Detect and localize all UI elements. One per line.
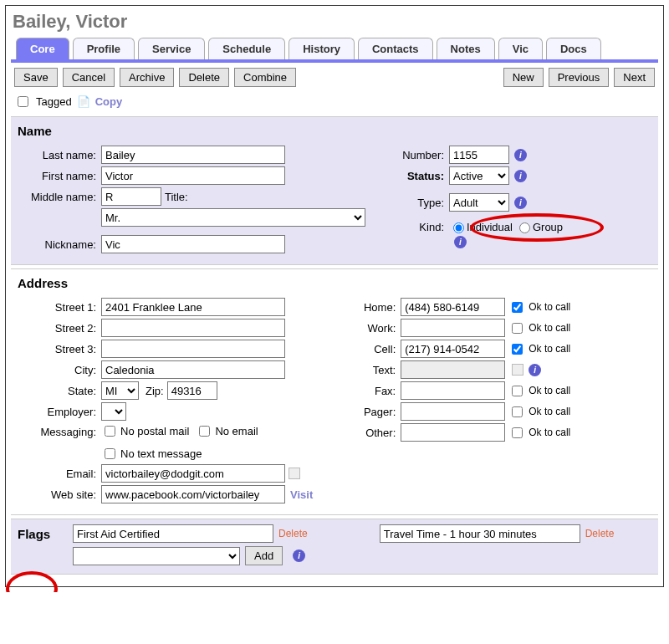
no-text-checkbox[interactable] [105, 448, 115, 459]
email-label: Email: [18, 468, 101, 480]
kind-label: Kind: [365, 221, 449, 233]
cell-ok-checkbox[interactable] [512, 344, 523, 355]
pager-ok-checkbox[interactable] [512, 406, 523, 417]
kind-individual-label: Individual [467, 221, 513, 233]
info-icon[interactable]: i [454, 236, 467, 248]
copy-link[interactable]: Copy [95, 95, 123, 108]
tab-schedule[interactable]: Schedule [208, 38, 285, 59]
title-select[interactable]: Mr. [101, 208, 365, 227]
info-icon[interactable]: i [514, 170, 527, 182]
text-ok-checkbox[interactable] [512, 364, 523, 376]
tab-notes[interactable]: Notes [437, 38, 495, 59]
tab-vic[interactable]: Vic [498, 38, 543, 59]
tab-bar: Core Profile Service Schedule History Co… [11, 38, 658, 63]
fax-ok-checkbox[interactable] [512, 386, 523, 396]
name-panel: Name Last name: First name: Middle name:… [11, 116, 658, 265]
ok-call-label: Ok to call [529, 406, 570, 417]
ok-call-label: Ok to call [529, 343, 570, 355]
no-text-label: No text message [120, 447, 202, 460]
cell-input[interactable] [401, 340, 505, 358]
info-icon[interactable]: i [514, 197, 527, 209]
flag2-input[interactable] [380, 524, 580, 543]
street2-input[interactable] [101, 319, 285, 337]
home-ok-checkbox[interactable] [512, 302, 523, 313]
tab-profile[interactable]: Profile [73, 38, 135, 59]
nickname-input[interactable] [101, 235, 285, 253]
number-input[interactable] [449, 146, 509, 164]
kind-group-radio[interactable] [519, 222, 530, 233]
tab-service[interactable]: Service [138, 38, 205, 59]
web-input[interactable] [101, 485, 285, 503]
tab-docs[interactable]: Docs [546, 38, 601, 59]
other-label: Other: [342, 427, 401, 439]
state-select[interactable]: MI [101, 381, 139, 400]
name-heading: Name [18, 122, 651, 143]
street3-label: Street 3: [18, 343, 101, 355]
save-button[interactable]: Save [14, 68, 58, 87]
tagged-checkbox[interactable] [18, 96, 28, 107]
street3-input[interactable] [101, 340, 285, 358]
pager-input[interactable] [401, 402, 505, 421]
text-input [401, 360, 505, 379]
employer-select[interactable] [101, 402, 126, 421]
home-label: Home: [342, 301, 401, 314]
state-label: State: [18, 385, 101, 397]
last-name-input[interactable] [101, 146, 285, 164]
tab-history[interactable]: History [289, 38, 355, 59]
work-input[interactable] [401, 319, 505, 337]
tab-core[interactable]: Core [16, 38, 69, 59]
visit-link[interactable]: Visit [290, 488, 313, 501]
new-button[interactable]: New [503, 68, 544, 87]
delete-button[interactable]: Delete [179, 68, 229, 87]
middle-name-input[interactable] [101, 187, 161, 206]
flag1-delete-link[interactable]: Delete [278, 528, 308, 539]
email-ok-checkbox[interactable] [289, 468, 300, 479]
tab-contacts[interactable]: Contacts [358, 38, 433, 59]
no-email-checkbox[interactable] [199, 426, 210, 437]
archive-button[interactable]: Archive [120, 68, 174, 87]
first-name-input[interactable] [101, 166, 285, 185]
city-label: City: [18, 364, 101, 376]
ok-call-label: Ok to call [529, 427, 570, 438]
flags-heading: Flags [18, 527, 68, 541]
flags-panel: Flags Delete Delete Add i [11, 519, 658, 575]
cancel-button[interactable]: Cancel [63, 68, 115, 87]
zip-label: Zip: [146, 385, 164, 397]
combine-button[interactable]: Combine [234, 68, 296, 87]
messaging-label: Messaging: [18, 423, 101, 438]
pager-label: Pager: [342, 406, 401, 418]
next-button[interactable]: Next [614, 68, 655, 87]
work-ok-checkbox[interactable] [512, 323, 523, 334]
fax-input[interactable] [401, 381, 505, 400]
no-email-label: No email [215, 425, 258, 437]
flag-add-select[interactable] [73, 547, 240, 565]
zip-input[interactable] [167, 381, 217, 400]
text-label: Text: [342, 364, 401, 376]
web-label: Web site: [18, 488, 101, 501]
home-input[interactable] [401, 298, 505, 316]
ok-call-label: Ok to call [529, 301, 570, 313]
no-postal-checkbox[interactable] [105, 426, 115, 437]
type-select[interactable]: Adult [449, 193, 509, 212]
info-icon[interactable]: i [293, 549, 305, 562]
toolbar: Save Cancel Archive Delete Combine New P… [11, 63, 658, 92]
status-label: Status: [365, 170, 449, 182]
street2-label: Street 2: [18, 322, 101, 335]
info-icon[interactable]: i [514, 149, 527, 161]
fax-label: Fax: [342, 385, 401, 397]
work-label: Work: [342, 322, 401, 335]
flag-add-button[interactable]: Add [245, 546, 283, 565]
other-input[interactable] [401, 423, 505, 442]
previous-button[interactable]: Previous [549, 68, 610, 87]
status-select[interactable]: Active [449, 166, 509, 185]
city-input[interactable] [101, 360, 285, 379]
last-name-label: Last name: [18, 149, 101, 161]
kind-individual-radio[interactable] [453, 222, 464, 233]
info-icon[interactable]: i [529, 364, 541, 376]
title-label: Title: [165, 191, 188, 203]
other-ok-checkbox[interactable] [512, 427, 523, 438]
flag1-input[interactable] [73, 524, 273, 543]
flag2-delete-link[interactable]: Delete [585, 528, 615, 539]
street1-input[interactable] [101, 298, 285, 316]
email-input[interactable] [101, 464, 285, 483]
